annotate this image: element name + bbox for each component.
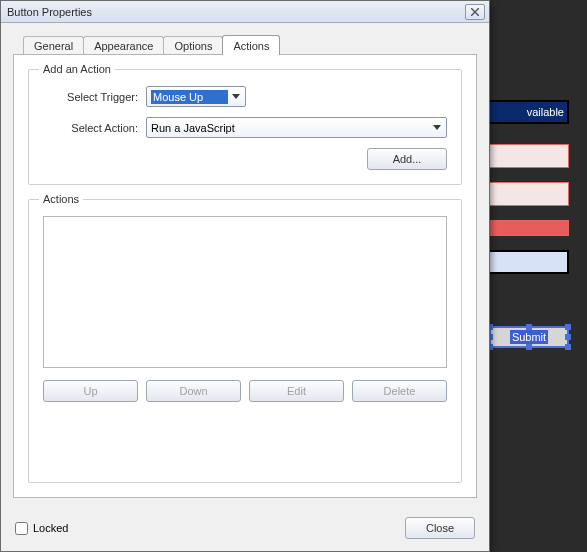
close-icon[interactable]	[465, 4, 485, 20]
locked-label: Locked	[33, 522, 68, 534]
edit-button[interactable]: Edit	[249, 380, 344, 402]
tab-general[interactable]: General	[23, 36, 84, 55]
up-button[interactable]: Up	[43, 380, 138, 402]
tab-strip: General Appearance Options Actions	[23, 33, 477, 55]
tab-actions[interactable]: Actions	[222, 35, 280, 55]
locked-checkbox[interactable]: Locked	[15, 522, 68, 535]
dialog-footer: Locked Close	[1, 509, 489, 551]
resize-handle[interactable]	[526, 344, 532, 350]
select-action-value: Run a JavaScript	[151, 122, 429, 134]
submit-button-selected[interactable]: Submit	[489, 326, 569, 348]
actions-button-row: Up Down Edit Delete	[43, 380, 447, 402]
resize-handle[interactable]	[565, 334, 571, 340]
dialog-title: Button Properties	[5, 6, 465, 18]
add-button-row: Add...	[43, 148, 447, 170]
select-action-label: Select Action:	[43, 122, 138, 134]
locked-checkbox-input[interactable]	[15, 522, 28, 535]
add-button[interactable]: Add...	[367, 148, 447, 170]
resize-handle[interactable]	[565, 344, 571, 350]
add-an-action-group: Add an Action Select Trigger: Mouse Up S…	[28, 69, 462, 185]
select-trigger-row: Select Trigger: Mouse Up	[43, 86, 447, 107]
resize-handle[interactable]	[565, 324, 571, 330]
select-trigger-value: Mouse Up	[151, 90, 228, 104]
button-properties-dialog: Button Properties General Appearance Opt…	[0, 0, 490, 552]
titlebar[interactable]: Button Properties	[1, 1, 489, 23]
app-background: vailable Submit Button Properties Genera…	[0, 0, 587, 552]
select-trigger-combo[interactable]: Mouse Up	[146, 86, 246, 107]
add-an-action-title: Add an Action	[39, 63, 115, 75]
actions-group: Actions Up Down Edit Delete	[28, 199, 462, 483]
actions-group-title: Actions	[39, 193, 83, 205]
tab-options[interactable]: Options	[163, 36, 223, 55]
actions-panel: Add an Action Select Trigger: Mouse Up S…	[13, 54, 477, 498]
submit-button-label: Submit	[510, 330, 548, 344]
delete-button[interactable]: Delete	[352, 380, 447, 402]
resize-handle[interactable]	[526, 324, 532, 330]
select-action-combo[interactable]: Run a JavaScript	[146, 117, 447, 138]
dialog-body: General Appearance Options Actions Add a…	[1, 23, 489, 509]
bg-field-available-text: vailable	[527, 106, 564, 118]
chevron-down-icon	[228, 94, 243, 100]
select-action-row: Select Action: Run a JavaScript	[43, 117, 447, 138]
down-button[interactable]: Down	[146, 380, 241, 402]
chevron-down-icon	[429, 125, 444, 131]
select-trigger-label: Select Trigger:	[43, 91, 138, 103]
close-button[interactable]: Close	[405, 517, 475, 539]
actions-list[interactable]	[43, 216, 447, 368]
tab-appearance[interactable]: Appearance	[83, 36, 164, 55]
